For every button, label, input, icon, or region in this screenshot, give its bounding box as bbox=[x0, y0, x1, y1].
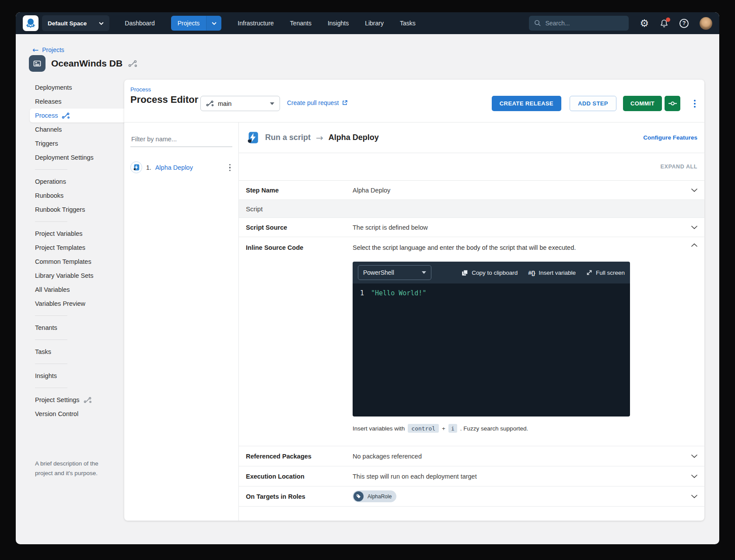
sidebar-item-insights[interactable]: Insights bbox=[30, 369, 127, 383]
row-value: The script is defined below bbox=[353, 224, 428, 231]
search-input[interactable] bbox=[545, 20, 615, 27]
chevron-up-icon[interactable] bbox=[691, 243, 697, 247]
arrow-icon: → bbox=[316, 133, 323, 143]
sidebar-item-tasks[interactable]: Tasks bbox=[30, 345, 127, 359]
copy-to-clipboard-button[interactable]: Copy to clipboard bbox=[462, 270, 518, 276]
global-search[interactable] bbox=[529, 16, 629, 31]
create-pull-request-link[interactable]: Create pull request bbox=[287, 99, 348, 106]
full-screen-button[interactable]: Full screen bbox=[586, 270, 625, 276]
branch-icon bbox=[62, 112, 70, 119]
row-label: On Targets in Roles bbox=[246, 493, 353, 500]
insert-variable-hint: Insert variables with control + i . Fuzz… bbox=[353, 424, 697, 433]
sidebar-item-deployments[interactable]: Deployments bbox=[30, 80, 127, 94]
line-number: 1 bbox=[353, 289, 371, 297]
page-body: ← Projects OceanWinds DB Deployments Rel… bbox=[16, 34, 719, 544]
create-release-button[interactable]: CREATE RELEASE bbox=[492, 96, 561, 111]
full-screen-label: Full screen bbox=[596, 270, 625, 276]
help-icon[interactable]: ? bbox=[679, 19, 689, 28]
project-title-row: OceanWinds DB bbox=[29, 55, 137, 72]
inline-source-summary[interactable]: Inline Source Code Select the script lan… bbox=[246, 243, 697, 251]
role-chip[interactable]: AlphaRole bbox=[353, 490, 396, 502]
step-list-item[interactable]: 1. Alpha Deploy bbox=[130, 161, 232, 174]
notifications-bell-icon[interactable] bbox=[660, 19, 668, 28]
run-script-icon bbox=[246, 131, 259, 144]
sidebar-item-variables-preview[interactable]: Variables Preview bbox=[30, 297, 127, 311]
step-overflow-button[interactable] bbox=[228, 161, 233, 174]
nav-infrastructure[interactable]: Infrastructure bbox=[238, 20, 273, 27]
sidebar-item-releases[interactable]: Releases bbox=[30, 94, 127, 108]
kbd-control: control bbox=[408, 424, 439, 433]
sidebar-item-library-variable-sets[interactable]: Library Variable Sets bbox=[30, 269, 127, 283]
expand-all-row: EXPAND ALL bbox=[239, 153, 704, 181]
referenced-packages-row[interactable]: Referenced Packages No packages referenc… bbox=[239, 446, 704, 466]
sidebar-item-deployment-settings[interactable]: Deployment Settings bbox=[30, 150, 127, 164]
octopus-logo[interactable] bbox=[23, 15, 38, 31]
commit-button[interactable]: COMMIT bbox=[623, 96, 662, 111]
chevron-down-icon[interactable] bbox=[206, 16, 221, 31]
row-label: Step Name bbox=[246, 187, 353, 194]
step-name-row[interactable]: Step Name Alpha Deploy bbox=[239, 181, 704, 200]
code-area[interactable]: 1 "Hello World!" bbox=[353, 284, 630, 416]
filter-input[interactable] bbox=[130, 133, 232, 147]
process-breadcrumb-link[interactable]: Process bbox=[130, 86, 151, 93]
branch-icon bbox=[128, 60, 137, 67]
main-nav: Dashboard Projects Infrastructure Tenant… bbox=[125, 16, 415, 31]
app-window: Default Space Dashboard Projects Infrast… bbox=[16, 12, 719, 544]
dropdown-arrow-icon bbox=[422, 271, 426, 274]
nav-projects[interactable]: Projects bbox=[171, 16, 222, 31]
chevron-down-icon[interactable] bbox=[691, 189, 697, 192]
sidebar-item-project-templates[interactable]: Project Templates bbox=[30, 241, 127, 255]
sidebar-item-runbooks[interactable]: Runbooks bbox=[30, 189, 127, 203]
sidebar-divider bbox=[35, 388, 67, 388]
sidebar-item-version-control[interactable]: Version Control bbox=[30, 407, 127, 421]
notification-badge bbox=[666, 18, 670, 22]
kbd-i: i bbox=[448, 424, 457, 433]
breadcrumb-back[interactable]: ← Projects bbox=[32, 46, 64, 54]
sidebar-item-triggers[interactable]: Triggers bbox=[30, 136, 127, 150]
step-link[interactable]: Alpha Deploy bbox=[155, 164, 193, 171]
sidebar-item-process[interactable]: Process bbox=[30, 108, 127, 122]
sidebar-item-operations[interactable]: Operations bbox=[30, 175, 127, 189]
expand-all-button[interactable]: EXPAND ALL bbox=[661, 164, 697, 170]
sidebar-item-common-templates[interactable]: Common Templates bbox=[30, 255, 127, 269]
project-sidebar: Deployments Releases Process Channels Tr… bbox=[30, 80, 127, 421]
tag-icon bbox=[354, 491, 364, 501]
settings-gear-icon[interactable]: ⚙ bbox=[640, 18, 649, 28]
nav-tenants[interactable]: Tenants bbox=[290, 20, 312, 27]
nav-tasks[interactable]: Tasks bbox=[400, 20, 416, 27]
configure-features-link[interactable]: Configure Features bbox=[643, 134, 697, 141]
space-switcher[interactable]: Default Space bbox=[42, 15, 109, 31]
overflow-menu-button[interactable] bbox=[692, 97, 697, 110]
on-targets-row[interactable]: On Targets in Roles AlphaRole bbox=[239, 486, 704, 507]
top-navigation: Default Space Dashboard Projects Infrast… bbox=[16, 12, 719, 34]
sidebar-item-label: Project Settings bbox=[35, 396, 80, 403]
row-value: This step will run on each deployment ta… bbox=[353, 473, 477, 480]
sidebar-item-channels[interactable]: Channels bbox=[30, 122, 127, 136]
search-icon bbox=[534, 20, 541, 27]
user-avatar[interactable] bbox=[700, 17, 712, 30]
script-source-row[interactable]: Script Source The script is defined belo… bbox=[239, 218, 704, 237]
nav-insights[interactable]: Insights bbox=[328, 20, 349, 27]
chevron-down-icon[interactable] bbox=[691, 495, 697, 498]
chevron-down-icon[interactable] bbox=[691, 475, 697, 478]
sidebar-item-tenants[interactable]: Tenants bbox=[30, 321, 127, 335]
branch-selector[interactable]: main bbox=[200, 96, 280, 111]
execution-location-row[interactable]: Execution Location This step will run on… bbox=[239, 466, 704, 486]
chevron-down-icon[interactable] bbox=[691, 455, 697, 458]
insert-variable-button[interactable]: #{} Insert variable bbox=[528, 270, 576, 276]
nav-dashboard[interactable]: Dashboard bbox=[125, 20, 155, 27]
step-editor-header: Run a script → Alpha Deploy Configure Fe… bbox=[239, 122, 704, 153]
language-selector[interactable]: PowerShell bbox=[358, 265, 431, 280]
sidebar-item-project-settings[interactable]: Project Settings bbox=[30, 393, 127, 407]
sidebar-item-project-variables[interactable]: Project Variables bbox=[30, 227, 127, 241]
branch-icon bbox=[206, 100, 214, 107]
nav-library[interactable]: Library bbox=[365, 20, 384, 27]
chevron-down-icon[interactable] bbox=[691, 226, 697, 229]
step-name-title: Alpha Deploy bbox=[329, 133, 379, 142]
sidebar-item-runbook-triggers[interactable]: Runbook Triggers bbox=[30, 203, 127, 217]
code-editor-toolbar: PowerShell Copy to clipboard bbox=[353, 262, 630, 284]
add-step-button[interactable]: ADD STEP bbox=[570, 96, 616, 111]
external-link-icon bbox=[342, 100, 348, 106]
sidebar-item-all-variables[interactable]: All Variables bbox=[30, 283, 127, 297]
commit-icon-button[interactable] bbox=[665, 96, 680, 111]
